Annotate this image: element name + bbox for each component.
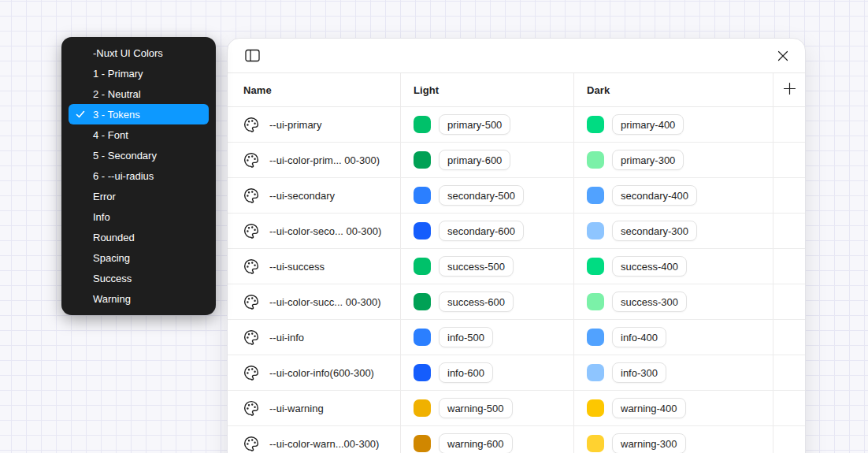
- menu-item[interactable]: 5 - Secondary: [69, 145, 209, 165]
- token-chip[interactable]: secondary-400: [612, 185, 697, 206]
- token-chip[interactable]: info-300: [612, 362, 666, 383]
- dark-value-cell[interactable]: primary-300: [574, 143, 773, 177]
- color-swatch[interactable]: [414, 435, 431, 452]
- token-chip[interactable]: success-600: [439, 291, 514, 312]
- dark-value-cell[interactable]: warning-300: [574, 426, 773, 453]
- table-body: --ui-primary primary-500 primary-400 --: [228, 107, 805, 453]
- token-name-cell[interactable]: --ui-success: [228, 249, 401, 284]
- dark-value-cell[interactable]: warning-400: [574, 391, 773, 425]
- token-chip[interactable]: primary-500: [439, 114, 510, 135]
- dark-value-cell[interactable]: success-300: [574, 284, 773, 319]
- token-chip[interactable]: success-400: [612, 256, 687, 277]
- sidebar-toggle-icon[interactable]: [242, 46, 262, 66]
- light-value-cell[interactable]: warning-600: [401, 426, 574, 453]
- token-chip[interactable]: warning-300: [612, 433, 686, 453]
- color-swatch[interactable]: [414, 329, 431, 346]
- color-swatch[interactable]: [587, 329, 604, 346]
- color-swatch[interactable]: [414, 187, 431, 204]
- color-swatch[interactable]: [414, 151, 431, 169]
- light-value-cell[interactable]: info-600: [401, 355, 574, 390]
- color-swatch[interactable]: [587, 293, 604, 310]
- menu-item[interactable]: 2 - Neutral: [69, 84, 209, 104]
- token-chip[interactable]: success-300: [612, 291, 687, 312]
- column-header-light: Light: [401, 73, 574, 106]
- token-name-cell[interactable]: --ui-color-succ... 00-300): [228, 284, 401, 319]
- token-chip[interactable]: secondary-300: [612, 221, 697, 241]
- color-swatch[interactable]: [587, 364, 604, 381]
- color-swatch[interactable]: [587, 435, 604, 452]
- menu-item[interactable]: 4 - Font: [69, 124, 209, 145]
- dark-value-cell[interactable]: info-400: [574, 320, 773, 355]
- light-value-cell[interactable]: info-500: [401, 320, 574, 355]
- token-name: --ui-warning: [269, 403, 324, 414]
- token-chip[interactable]: secondary-500: [439, 185, 524, 206]
- token-name: --ui-info: [269, 332, 304, 343]
- palette-icon: [243, 152, 259, 168]
- token-chip[interactable]: warning-600: [439, 433, 513, 453]
- light-value-cell[interactable]: secondary-500: [401, 178, 574, 213]
- token-name-cell[interactable]: --ui-color-seco... 00-300): [228, 214, 401, 248]
- menu-item-label: Success: [93, 273, 132, 284]
- token-chip[interactable]: info-400: [612, 327, 666, 347]
- token-chip[interactable]: warning-400: [612, 398, 686, 418]
- menu-item[interactable]: 6 - --ui-radius: [69, 165, 209, 186]
- token-chip[interactable]: primary-400: [612, 114, 684, 135]
- token-name: --ui-color-seco... 00-300): [269, 225, 381, 237]
- palette-icon: [243, 258, 259, 274]
- dark-value-cell[interactable]: info-300: [574, 355, 773, 390]
- light-value-cell[interactable]: primary-500: [401, 107, 574, 142]
- color-swatch[interactable]: [587, 399, 604, 417]
- color-swatch[interactable]: [414, 258, 431, 275]
- menu-item[interactable]: 1 - Primary: [69, 63, 209, 84]
- dark-value-cell[interactable]: secondary-400: [574, 178, 773, 213]
- color-swatch[interactable]: [587, 187, 604, 204]
- add-column-button[interactable]: [773, 73, 805, 106]
- token-chip[interactable]: success-500: [439, 256, 514, 277]
- color-swatch[interactable]: [414, 293, 431, 310]
- token-chip[interactable]: primary-600: [439, 150, 510, 170]
- menu-item[interactable]: Info: [69, 206, 209, 227]
- token-name-cell[interactable]: --ui-color-info(600-300): [228, 355, 401, 390]
- color-swatch[interactable]: [587, 116, 604, 133]
- light-value-cell[interactable]: success-500: [401, 249, 574, 284]
- dark-value-cell[interactable]: primary-400: [574, 107, 773, 142]
- color-swatch[interactable]: [414, 364, 431, 381]
- token-name-cell[interactable]: --ui-color-warn...00-300): [228, 426, 401, 453]
- token-name-cell[interactable]: --ui-warning: [228, 391, 401, 425]
- dark-value-cell[interactable]: secondary-300: [574, 214, 773, 248]
- light-value-cell[interactable]: success-600: [401, 284, 574, 319]
- column-header-name: Name: [228, 73, 401, 106]
- token-chip[interactable]: info-500: [439, 327, 493, 347]
- token-chip[interactable]: secondary-600: [439, 221, 524, 241]
- color-swatch[interactable]: [414, 399, 431, 417]
- light-value-cell[interactable]: secondary-600: [401, 214, 574, 248]
- token-chip[interactable]: primary-300: [612, 150, 684, 170]
- table-row: --ui-color-prim... 00-300) primary-600 p…: [228, 143, 805, 178]
- token-name-cell[interactable]: --ui-primary: [228, 107, 401, 142]
- color-swatch[interactable]: [414, 222, 431, 239]
- color-swatch[interactable]: [587, 151, 604, 169]
- color-swatch[interactable]: [587, 222, 604, 239]
- menu-item[interactable]: -Nuxt UI Colors: [69, 43, 209, 63]
- row-spacer-cell: [773, 178, 805, 213]
- plus-icon: [783, 82, 796, 98]
- token-chip[interactable]: info-600: [439, 362, 493, 383]
- dark-value-cell[interactable]: success-400: [574, 249, 773, 284]
- menu-item[interactable]: Success: [69, 268, 209, 288]
- token-chip[interactable]: warning-500: [439, 398, 513, 418]
- color-swatch[interactable]: [587, 258, 604, 275]
- menu-item[interactable]: 3 - Tokens: [69, 104, 209, 124]
- menu-item[interactable]: Spacing: [69, 247, 209, 268]
- row-spacer-cell: [773, 284, 805, 319]
- close-icon[interactable]: [773, 46, 793, 66]
- color-swatch[interactable]: [414, 116, 431, 133]
- token-name-cell[interactable]: --ui-color-prim... 00-300): [228, 143, 401, 177]
- light-value-cell[interactable]: warning-500: [401, 391, 574, 425]
- token-name-cell[interactable]: --ui-secondary: [228, 178, 401, 213]
- light-value-cell[interactable]: primary-600: [401, 143, 574, 177]
- menu-item[interactable]: Warning: [69, 288, 209, 309]
- menu-item[interactable]: Error: [69, 186, 209, 206]
- row-spacer-cell: [773, 143, 805, 177]
- token-name-cell[interactable]: --ui-info: [228, 320, 401, 355]
- menu-item[interactable]: Rounded: [69, 227, 209, 247]
